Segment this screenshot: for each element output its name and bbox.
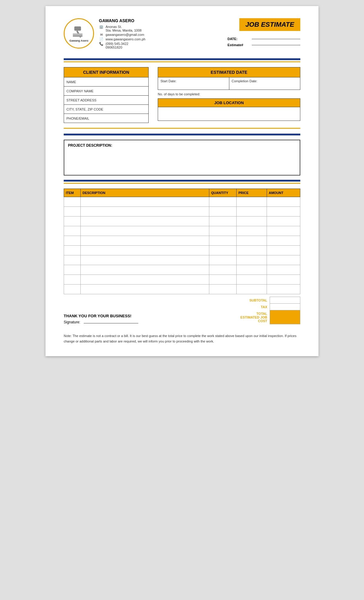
- table-row[interactable]: [64, 255, 300, 265]
- hammer-icon: [71, 25, 86, 39]
- subtotal-row: SUBTOTAL: [237, 297, 300, 304]
- client-street-row[interactable]: STREET ADDRESS: [64, 96, 149, 105]
- estimate-input-line[interactable]: [252, 45, 300, 45]
- table-row[interactable]: [64, 197, 300, 207]
- col-header-qty: QUANTITY: [209, 189, 237, 197]
- project-desc-body: [68, 157, 296, 172]
- totals-section: SUBTOTAL TAX TOTAL ESTIMATED JOB COST: [237, 297, 300, 324]
- table-header-row: ITEM DESCRIPTION QUANTITY PRICE AMOUNT: [64, 189, 300, 197]
- project-desc-section-wrapper: PROJECT DESCRIPTION:: [64, 140, 300, 176]
- estimate-row: Estimate#: [228, 43, 300, 47]
- col-header-item: ITEM: [64, 189, 81, 197]
- table-row[interactable]: [64, 207, 300, 216]
- logo-label: Gawang Asero: [69, 39, 89, 42]
- date-fields: DATE: Estimate#: [228, 37, 300, 47]
- svg-rect-4: [73, 36, 83, 37]
- svg-rect-1: [74, 26, 81, 31]
- website-text: www.gawangasero.com.ph: [106, 37, 145, 41]
- divider-blue-mid: [64, 134, 300, 135]
- document-icon: 📄: [99, 37, 104, 41]
- col-header-desc: DESCRIPTION: [81, 189, 209, 197]
- total-row: TOTAL ESTIMATED JOB COST: [237, 310, 300, 324]
- subtotal-value[interactable]: [270, 297, 300, 304]
- table-row[interactable]: [64, 275, 300, 285]
- thank-you-text: THANK YOU FOR YOUR BUSINESS!: [64, 314, 138, 318]
- estimated-section: ESTIMATED DATE Start Date: Completion Da…: [158, 67, 300, 123]
- signature-line: Signature:: [64, 320, 138, 324]
- divider-gold-top: [64, 61, 300, 62]
- address-row: 🏢 Anonas St. Sta. Mesa, Manila, 1008: [99, 25, 145, 32]
- company-name: GAWANG ASERO: [99, 18, 145, 23]
- project-desc-section[interactable]: PROJECT DESCRIPTION:: [64, 140, 300, 176]
- subtotal-label: SUBTOTAL: [237, 297, 270, 304]
- date-label: DATE:: [228, 37, 249, 41]
- tax-value[interactable]: [270, 304, 300, 310]
- svg-rect-2: [73, 33, 83, 35]
- table-row[interactable]: [64, 226, 300, 236]
- divider-gold-mid: [64, 128, 300, 129]
- client-date-section: CLIENT INFORMATION NAME COMPANY NAME STR…: [64, 67, 300, 123]
- header: Gawang Asero GAWANG ASERO 🏢 Anonas St. S…: [64, 18, 300, 49]
- table-row[interactable]: [64, 216, 300, 226]
- email-row: ✉ gawangasero@gmail.com: [99, 33, 145, 37]
- divider-gold-items: [64, 183, 300, 184]
- days-to-complete: No. of days to be completed:: [158, 90, 300, 98]
- date-row: DATE:: [228, 37, 300, 41]
- company-info: GAWANG ASERO 🏢 Anonas St. Sta. Mesa, Man…: [99, 18, 145, 49]
- start-date-cell[interactable]: Start Date:: [158, 77, 229, 90]
- table-row[interactable]: [64, 236, 300, 246]
- footer-left: THANK YOU FOR YOUR BUSINESS! Signature:: [64, 314, 138, 324]
- phone-icon: 📞: [99, 42, 104, 46]
- address-text: Anonas St. Sta. Mesa, Manila, 1008: [106, 25, 142, 32]
- header-right: JOB ESTIMATE DATE: Estimate#: [228, 18, 300, 47]
- job-estimate-page: Gawang Asero GAWANG ASERO 🏢 Anonas St. S…: [46, 6, 318, 356]
- job-location-header: JOB LOCATION: [158, 98, 300, 107]
- client-info-header: CLIENT INFORMATION: [64, 67, 149, 77]
- header-left: Gawang Asero GAWANG ASERO 🏢 Anonas St. S…: [64, 18, 145, 49]
- client-company-row[interactable]: COMPANY NAME: [64, 87, 149, 96]
- tax-row: TAX: [237, 304, 300, 310]
- items-table: ITEM DESCRIPTION QUANTITY PRICE AMOUNT: [64, 189, 300, 294]
- estimated-date-header: ESTIMATED DATE: [158, 67, 300, 77]
- job-location-body[interactable]: [158, 107, 300, 121]
- phone-text: (099) 545-3422 090651820: [106, 42, 128, 49]
- total-label: TOTAL ESTIMATED JOB COST: [237, 310, 270, 324]
- estimated-dates-row: Start Date: Completion Date:: [158, 77, 300, 90]
- table-row[interactable]: [64, 265, 300, 275]
- total-value[interactable]: [270, 310, 300, 324]
- table-row[interactable]: [64, 246, 300, 255]
- col-header-price: PRICE: [237, 189, 267, 197]
- tax-label: TAX: [237, 304, 270, 310]
- client-info-box: CLIENT INFORMATION NAME COMPANY NAME STR…: [64, 67, 149, 123]
- job-estimate-badge: JOB ESTIMATE: [239, 18, 300, 31]
- divider-blue-items: [64, 180, 300, 182]
- col-header-amount: AMOUNT: [267, 189, 300, 197]
- date-input-line[interactable]: [252, 39, 300, 39]
- phone-row: 📞 (099) 545-3422 090651820: [99, 42, 145, 49]
- table-row[interactable]: [64, 285, 300, 294]
- building-icon: 🏢: [99, 25, 104, 29]
- svg-rect-3: [73, 35, 83, 36]
- totals-table: SUBTOTAL TAX TOTAL ESTIMATED JOB COST: [237, 297, 300, 324]
- note-section: Note: The estimate is not a contract or …: [64, 333, 300, 344]
- client-phone-row[interactable]: PHONE/EMAIL: [64, 114, 149, 123]
- email-icon: ✉: [99, 33, 104, 37]
- website-row: 📄 www.gawangasero.com.ph: [99, 37, 145, 41]
- estimate-label: Estimate#: [228, 43, 249, 47]
- email-text: gawangasero@gmail.com: [106, 33, 144, 36]
- client-name-row[interactable]: NAME: [64, 77, 149, 87]
- divider-blue-top: [64, 58, 300, 60]
- completion-date-cell[interactable]: Completion Date:: [229, 77, 300, 90]
- company-logo: Gawang Asero: [64, 18, 94, 49]
- note-text: Note: The estimate is not a contract or …: [64, 334, 296, 343]
- client-city-row[interactable]: CITY, STATE, ZIP CODE: [64, 105, 149, 114]
- project-desc-label: PROJECT DESCRIPTION:: [68, 143, 296, 148]
